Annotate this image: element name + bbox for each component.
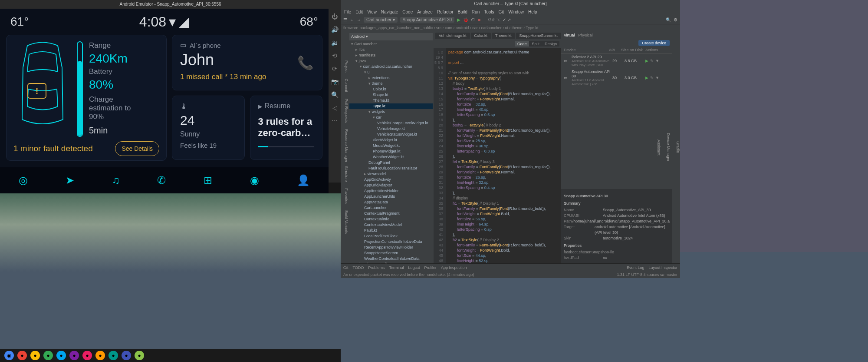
tool-terminal[interactable]: Terminal <box>389 266 404 270</box>
tree-node[interactable]: AlertWidget.kt <box>349 137 433 143</box>
android-view-combo[interactable]: Android <box>351 34 365 39</box>
tree-node[interactable]: java (generated) <box>349 262 433 263</box>
tab-snapphomescreen-kt[interactable]: SnappHomeScreen.kt <box>516 33 561 39</box>
taskbar-app-icon[interactable]: ● <box>17 351 27 360</box>
forward-icon[interactable]: → <box>357 17 361 22</box>
tool-event-log[interactable]: Event Log <box>627 266 644 270</box>
project-tool-button[interactable]: Project <box>344 60 349 73</box>
tab-color-kt[interactable]: Color.kt <box>471 33 491 39</box>
phone-icon[interactable]: 📞 <box>297 55 313 70</box>
tree-node[interactable]: MediaWidget.kt <box>349 143 433 149</box>
tree-node[interactable]: Theme.kt <box>349 98 433 103</box>
tree-node[interactable]: WeatherContextualInfoLiveData <box>349 256 433 262</box>
tree-node[interactable]: AppMetaData <box>349 199 433 205</box>
taskbar-app-icon[interactable]: ● <box>82 351 92 360</box>
tab-theme-kt[interactable]: Theme.kt <box>492 33 515 39</box>
nav-power-icon[interactable]: ◎ <box>19 174 28 186</box>
commit-tool-button[interactable]: Commit <box>344 79 349 92</box>
device-tab-physical[interactable]: Physical <box>578 33 593 37</box>
tree-node[interactable]: VehicleImage.kt <box>349 126 433 132</box>
tree-node[interactable]: VehicleChargeLevelWidget.kt <box>349 120 433 126</box>
menu-window[interactable]: Window <box>508 10 524 14</box>
tree-node[interactable]: manifests <box>349 53 433 58</box>
nav-music-icon[interactable]: ♫ <box>112 174 120 186</box>
vehicle-status-tile[interactable]: ! Range 240Km Battery 80% Charge estimat… <box>6 35 167 161</box>
tree-node[interactable]: SnappHomeScreen <box>349 250 433 256</box>
nav-navigate-icon[interactable]: ➤ <box>66 174 74 186</box>
menu-view[interactable]: View <box>367 10 377 14</box>
menu-refactor[interactable]: Refactor <box>437 10 454 14</box>
tool-profiler[interactable]: Profiler <box>424 266 437 270</box>
pull-requests-tool-button[interactable]: Pull Requests <box>344 99 349 123</box>
phone-tile[interactable]: ▭Al`s phone John 1 missed call * 13 min … <box>172 35 322 90</box>
tree-node[interactable]: CarLauncher <box>349 205 433 211</box>
tree-node[interactable]: viewmodel <box>349 171 433 177</box>
power-icon[interactable]: ⏻ <box>332 13 338 20</box>
code-body[interactable]: package com.android.car.carlauncher.ui.t… <box>446 48 561 263</box>
tree-node[interactable]: libs <box>349 47 433 53</box>
module-combo[interactable]: CarLauncher ▾ <box>364 17 398 23</box>
search-icon[interactable]: 🔍 <box>666 17 671 22</box>
structure-tool-button[interactable]: Structure <box>344 166 349 182</box>
taskbar-app-icon[interactable]: ● <box>30 351 40 360</box>
tree-node[interactable]: extentions <box>349 75 433 81</box>
tool-layout-inspector[interactable]: Layout Inspector <box>648 266 677 270</box>
back-icon[interactable]: ← <box>350 17 354 22</box>
tree-node[interactable]: CarLauncher <box>349 41 433 47</box>
gradle-tool-button[interactable]: Gradle <box>676 141 680 153</box>
taskbar-app-icon[interactable]: ● <box>135 351 144 360</box>
tree-node[interactable]: theme <box>349 81 433 86</box>
run-device-icon[interactable]: ▶ <box>645 76 648 80</box>
hamburger-icon[interactable]: ☰ <box>343 17 347 22</box>
nav-phone-icon[interactable]: ✆ <box>157 174 166 186</box>
more-icon[interactable]: ⋯ <box>332 117 338 124</box>
tree-node[interactable]: FaultToUiLocationTranslator <box>349 166 433 171</box>
create-device-button[interactable]: Create device <box>638 40 670 46</box>
tree-node[interactable]: PhoneWidget.kt <box>349 149 433 154</box>
device-row[interactable]: ▭Snapp Automotive API 30Android 11.0 And… <box>561 68 672 87</box>
settings-icon[interactable]: ⚙ <box>674 17 677 22</box>
mode-split[interactable]: Split <box>529 41 542 46</box>
menu-edit[interactable]: Edit <box>355 10 363 14</box>
weather-tile[interactable]: 🌡 24 Sunny Feels like 19 <box>172 96 245 160</box>
mode-design[interactable]: Design <box>542 41 559 46</box>
stop-icon[interactable]: ■ <box>478 17 480 22</box>
edit-device-icon[interactable]: ✎ <box>650 76 654 80</box>
menu-navigate[interactable]: Navigate <box>381 10 398 14</box>
tree-node[interactable]: Color.kt <box>349 86 433 92</box>
menu-git[interactable]: Git <box>499 10 504 14</box>
os-taskbar[interactable]: ◉ ● ● ● ● ● ● ● ● ● ● <box>0 349 341 362</box>
device-tab-virtual[interactable]: Virtual <box>564 33 575 37</box>
device-manager-tool-button[interactable]: Device Manager <box>666 133 671 162</box>
device-menu-icon[interactable]: ▼ <box>655 76 659 80</box>
tool-git[interactable]: Git <box>343 266 349 270</box>
menu-code[interactable]: Code <box>402 10 413 14</box>
nav-profile-icon[interactable]: 👤 <box>297 174 310 186</box>
edit-device-icon[interactable]: ✎ <box>650 59 654 63</box>
tree-node[interactable]: RecentAppsRowViewHolder <box>349 245 433 250</box>
taskbar-app-icon[interactable]: ◉ <box>4 351 14 360</box>
menu-help[interactable]: Help <box>528 10 537 14</box>
tree-node[interactable]: java <box>349 58 433 64</box>
tree-node[interactable]: widgets <box>349 109 433 115</box>
profile-icon[interactable]: ⏱ <box>471 17 475 22</box>
resource-manager-tool-button[interactable]: Resource Manager <box>344 129 349 163</box>
taskbar-app-icon[interactable]: ● <box>108 351 118 360</box>
menu-run[interactable]: Run <box>472 10 480 14</box>
code-editor[interactable]: 1 2 29 4 5 6 7 8 9 10 11 12 13 14 15 16 … <box>434 48 561 263</box>
zoom-icon[interactable]: 🔍 <box>331 91 339 98</box>
taskbar-app-icon[interactable]: ● <box>56 351 66 360</box>
favorites-tool-button[interactable]: Favorites <box>344 188 349 204</box>
tree-node[interactable]: VehicleStatusWidget.kt <box>349 132 433 137</box>
tree-node[interactable]: AppLauncherUtils <box>349 194 433 199</box>
media-progress[interactable] <box>258 146 315 147</box>
project-tree[interactable]: Android ▾ CarLauncherlibsmanifestsjavaco… <box>349 31 434 263</box>
rotate-left-icon[interactable]: ⟲ <box>332 52 337 59</box>
nav-apps-icon[interactable]: ⊞ <box>204 174 212 186</box>
screenshot-icon[interactable]: 📷 <box>331 78 339 85</box>
tree-node[interactable]: WeatherWidget.kt <box>349 154 433 160</box>
tree-node[interactable]: AppGridAdapter <box>349 183 433 188</box>
tree-node[interactable]: ProjectionContextualInfoLiveData <box>349 239 433 245</box>
debug-icon[interactable]: 🐞 <box>463 17 468 22</box>
git-icon[interactable]: Git: ⌥ ✓ ↗ <box>488 17 511 22</box>
